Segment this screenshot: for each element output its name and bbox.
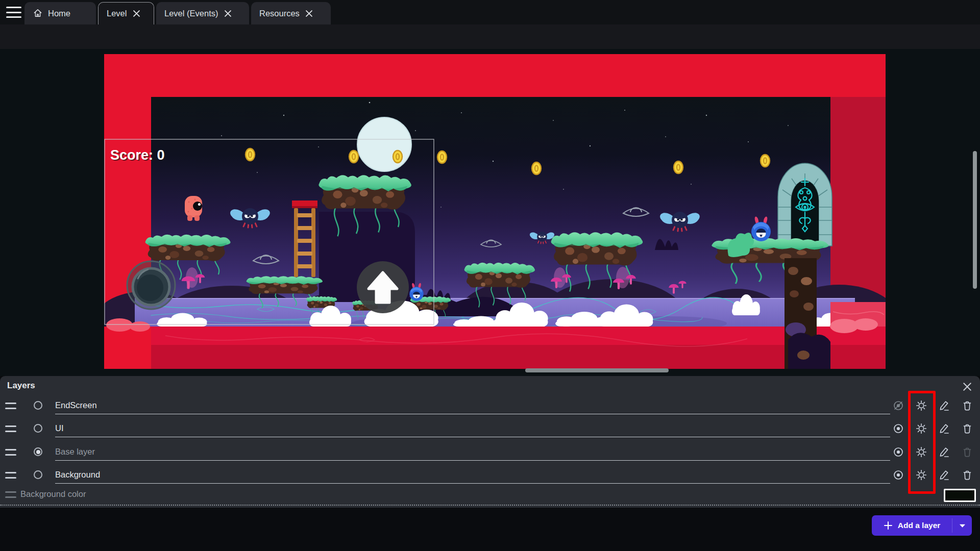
layer-name-field[interactable]: UI — [55, 419, 890, 437]
tab-bar: Home Level Level (Events) Resources — [0, 0, 980, 24]
close-tab-icon[interactable] — [223, 9, 232, 18]
arch-door-sprite[interactable] — [778, 163, 832, 246]
layer-row: UI — [0, 418, 980, 441]
edit-layer-icon[interactable] — [938, 399, 950, 412]
layer-name-field[interactable]: EndScreen — [55, 396, 890, 414]
drag-handle-icon[interactable] — [5, 449, 16, 456]
edit-layer-icon[interactable] — [938, 446, 950, 458]
add-layer-label: Add a layer — [898, 521, 941, 530]
frame-top[interactable] — [104, 54, 886, 97]
layers-panel-title: Layers — [7, 381, 35, 391]
close-tab-icon[interactable] — [132, 9, 141, 18]
add-layer-dropdown-icon[interactable] — [952, 515, 972, 536]
effects-icon[interactable] — [915, 399, 927, 412]
layer-radio[interactable] — [34, 470, 42, 479]
jump-button-sprite[interactable] — [357, 261, 409, 313]
background-color-row: Background color — [0, 487, 980, 506]
visibility-icon[interactable] — [892, 469, 904, 481]
tab-label: Resources — [259, 9, 300, 18]
visibility-icon[interactable] — [892, 422, 904, 435]
delete-layer-icon — [961, 446, 973, 458]
drag-handle-icon[interactable] — [5, 425, 16, 432]
visibility-icon[interactable] — [892, 446, 904, 458]
layer-radio[interactable] — [34, 401, 42, 410]
layer-row: Background — [0, 465, 980, 488]
close-tab-icon[interactable] — [305, 9, 314, 18]
effects-icon[interactable] — [915, 446, 927, 458]
edit-layer-icon[interactable] — [938, 469, 950, 481]
layer-radio[interactable] — [34, 424, 42, 433]
horizontal-scrollbar[interactable] — [525, 368, 669, 372]
edit-layer-icon[interactable] — [938, 422, 950, 435]
layer-name-field[interactable]: Base layer — [55, 443, 890, 461]
effects-icon[interactable] — [915, 469, 927, 481]
drag-handle-icon[interactable] — [5, 472, 16, 479]
moon-sprite[interactable] — [357, 117, 411, 171]
layer-name-field[interactable]: Background — [55, 466, 890, 484]
tab-home[interactable]: Home — [24, 2, 96, 24]
delete-layer-icon[interactable] — [961, 422, 973, 435]
scene-editor-viewport: Score: 0 Score: 0 2463;200 — [0, 49, 980, 376]
tab-resources[interactable]: Resources — [251, 2, 331, 24]
tab-level-events[interactable]: Level (Events) — [156, 2, 249, 24]
tab-level[interactable]: Level — [98, 2, 154, 24]
tab-label: Level (Events) — [164, 9, 218, 18]
scene-canvas[interactable]: Score: 0 Score: 0 — [104, 54, 886, 370]
home-icon — [33, 8, 43, 18]
delete-layer-icon[interactable] — [961, 399, 973, 412]
visibility-off-icon[interactable] — [892, 399, 904, 412]
tab-label: Home — [48, 9, 70, 18]
editor-toolbar: Preview Publish — [0, 24, 980, 49]
background-color-label: Background color — [20, 489, 86, 499]
delete-layer-icon[interactable] — [961, 469, 973, 481]
close-panel-icon[interactable] — [962, 381, 973, 392]
drag-handle-icon — [5, 491, 16, 498]
add-layer-button[interactable]: Add a layer — [872, 515, 972, 536]
layers-panel: Layers EndScreen UI — [0, 376, 980, 508]
layer-row: Base layer — [0, 442, 980, 465]
player-character-sprite[interactable] — [185, 196, 202, 221]
plus-icon — [884, 521, 893, 530]
layer-radio[interactable] — [34, 447, 42, 456]
score-text-sprite[interactable]: Score: 0 — [110, 147, 165, 163]
menu-icon[interactable] — [6, 7, 21, 18]
background-color-swatch[interactable] — [944, 489, 976, 502]
tab-label: Level — [107, 9, 127, 18]
vertical-scrollbar[interactable] — [973, 151, 977, 289]
drag-handle-icon[interactable] — [5, 403, 16, 409]
joystick-control-sprite[interactable] — [127, 261, 175, 309]
layer-row: EndScreen — [0, 395, 980, 418]
effects-icon[interactable] — [915, 422, 927, 435]
